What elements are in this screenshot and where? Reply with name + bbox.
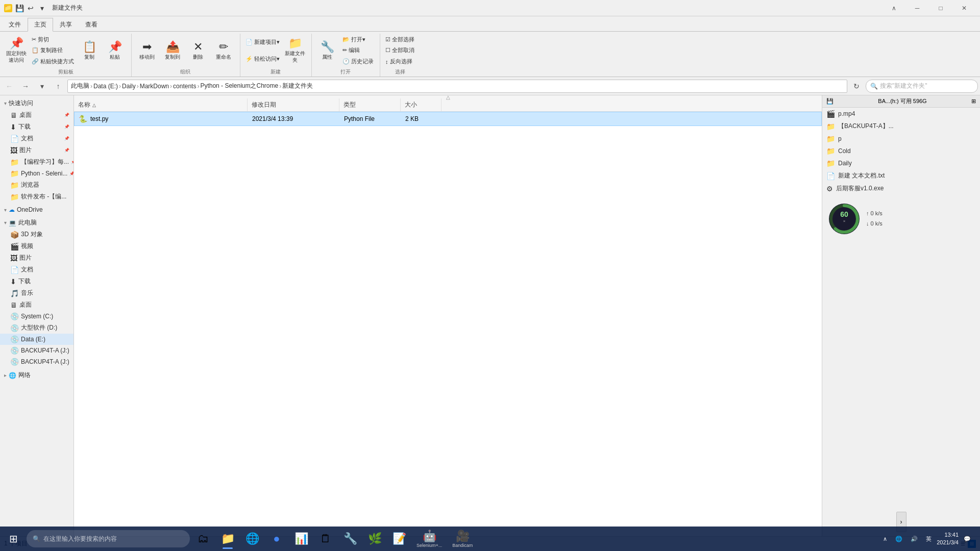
sidebar-item-browser[interactable]: 📁 浏览器: [0, 179, 74, 191]
new-folder-btn[interactable]: 📁 新建文件夹: [283, 35, 307, 66]
sidebar-drive-d[interactable]: 💿 大型软件 (D:): [0, 322, 74, 334]
right-panel-item-p[interactable]: 📁 p: [822, 133, 980, 145]
taskbar-app-9[interactable]: 🌿: [363, 528, 386, 550]
new-item-btn[interactable]: 📄 新建项目▾: [243, 37, 282, 47]
sidebar-item-bianchen[interactable]: 📁 【编程学习】每... 📌: [0, 156, 74, 168]
tab-view[interactable]: 查看: [79, 18, 104, 31]
address-bar[interactable]: 此电脑 › Data (E:) › Daily › MarkDown › con…: [67, 80, 847, 93]
sidebar-music[interactable]: 🎵 音乐: [0, 287, 74, 299]
lang-tray[interactable]: 英: [923, 533, 935, 545]
right-panel-item-backup[interactable]: 📁 【BACKUP4T-A】...: [822, 120, 980, 133]
sidebar-item-documents[interactable]: 📄 文档 📌: [0, 133, 74, 144]
cut-btn[interactable]: ✂ 剪切: [30, 34, 76, 44]
ribbon-collapse-btn[interactable]: ∧: [882, 0, 905, 16]
paste-btn[interactable]: 📌 粘贴: [103, 35, 127, 66]
select-none-btn[interactable]: ☐ 全部取消: [383, 45, 416, 56]
search-bar[interactable]: 🔍 搜索"新建文件夹": [866, 80, 978, 93]
sidebar-dl[interactable]: ⬇ 下载: [0, 276, 74, 287]
forward-btn[interactable]: →: [18, 79, 33, 93]
copy-to-btn[interactable]: 📤 复制到: [160, 35, 185, 66]
sidebar-docs[interactable]: 📄 文档: [0, 264, 74, 276]
speaker-tray[interactable]: 🔊: [908, 534, 921, 544]
sidebar-drive-j1[interactable]: 💿 BACKUP4T-A (J:): [0, 345, 74, 356]
save-btn[interactable]: 💾: [14, 3, 24, 13]
3d-icon: 📦: [10, 231, 19, 239]
minimize-btn[interactable]: ─: [905, 0, 929, 16]
taskbar-app-10[interactable]: 📝: [388, 528, 410, 550]
taskbar-search[interactable]: 🔍 在这里输入你要搜索的内容: [27, 530, 190, 547]
taskbar-app-selenium[interactable]: 🤖 Selenium+...: [412, 528, 446, 550]
sidebar-drive-c[interactable]: 💿 System (C:): [0, 311, 74, 322]
sidebar-drive-j2[interactable]: 💿 BACKUP4T-A (J:): [0, 356, 74, 367]
file-list-empty[interactable]: [74, 126, 822, 536]
tab-file[interactable]: 文件: [2, 18, 28, 31]
sidebar-pics[interactable]: 🖼 图片: [0, 252, 74, 264]
sidebar-item-python[interactable]: 📁 Python - Seleni... 📌: [0, 168, 74, 179]
right-panel-item-mp4[interactable]: 🎬 p.mp4: [822, 108, 980, 120]
sidebar-bianchen-label: 【编程学习】每...: [21, 158, 69, 166]
file-row-testpy[interactable]: 🐍 test.py 2021/3/4 13:39 Python File 2 K…: [74, 112, 822, 126]
file-cell-name: 🐍 test.py: [75, 112, 248, 126]
invert-select-btn[interactable]: ↕ 反向选择: [383, 57, 416, 67]
network-tray-icon[interactable]: 🌐: [892, 534, 905, 544]
tab-share[interactable]: 共享: [53, 18, 79, 31]
right-panel-item-txt[interactable]: 📄 新建 文本文档.txt: [822, 169, 980, 182]
maximize-btn[interactable]: □: [929, 0, 952, 16]
nav-dropdown-btn[interactable]: ▾: [35, 79, 49, 93]
sidebar-item-software[interactable]: 📁 软件发布 -【编...: [0, 191, 74, 203]
right-panel-item-exe[interactable]: ⚙ 后期客服v1.0.exe: [822, 182, 980, 195]
quick-access-section[interactable]: ▾ 快速访问: [0, 97, 74, 109]
taskbar-app-bandicam[interactable]: 🎥 Bandicam: [448, 528, 477, 550]
taskbar-app-chrome[interactable]: ●: [265, 528, 288, 550]
sidebar-desk[interactable]: 🖥 桌面: [0, 299, 74, 311]
taskbar-app-8[interactable]: 🔧: [339, 528, 361, 550]
app9-icon: 🌿: [368, 532, 382, 545]
sidebar-item-download[interactable]: ⬇ 下载 📌: [0, 121, 74, 133]
paste-shortcut-btn[interactable]: 🔗 粘贴快捷方式: [30, 57, 76, 67]
taskbar-app-explorer[interactable]: 📁: [216, 528, 239, 550]
rename-btn[interactable]: ✏ 重命名: [211, 35, 236, 66]
pin-quick-access-btn[interactable]: 📌 固定到快速访问: [4, 35, 29, 66]
sidebar-drive-e[interactable]: 💿 Data (E:): [0, 334, 74, 345]
refresh-btn[interactable]: ↻: [849, 79, 864, 93]
taskbar-app-edge[interactable]: 🌐: [241, 528, 263, 550]
col-date[interactable]: 修改日期: [248, 98, 339, 111]
col-name[interactable]: 名称 △: [74, 98, 248, 111]
properties-btn[interactable]: 🔧 属性: [315, 35, 339, 66]
back-btn[interactable]: ←: [2, 79, 16, 93]
up-btn[interactable]: ↑: [51, 79, 65, 93]
copy-btn[interactable]: 📋 复制: [77, 35, 102, 66]
history-btn[interactable]: 🕐 历史记录: [340, 57, 376, 67]
right-panel-item-cold[interactable]: 📁 Cold: [822, 145, 980, 157]
dropdown-btn[interactable]: ▾: [37, 3, 47, 13]
sidebar-item-desktop[interactable]: 🖥 桌面 📌: [0, 109, 74, 121]
sidebar-3d[interactable]: 📦 3D 对象: [0, 229, 74, 240]
sidebar-item-pictures[interactable]: 🖼 图片 📌: [0, 144, 74, 156]
taskbar-app-7[interactable]: 🗒: [314, 528, 337, 550]
move-to-btn[interactable]: ➡ 移动到: [135, 35, 159, 66]
close-btn[interactable]: ✕: [952, 0, 976, 16]
onedrive-section[interactable]: ▾ ☁ OneDrive: [0, 205, 74, 215]
taskbar-clock[interactable]: 13:41 2021/3/4: [937, 531, 959, 547]
start-button[interactable]: ⊞: [2, 528, 24, 550]
desk-icon: 🖥: [10, 301, 17, 309]
copy-path-btn[interactable]: 📋 复制路径: [30, 45, 76, 56]
edit-btn[interactable]: ✏ 编辑: [340, 45, 376, 56]
docs-icon: 📄: [10, 266, 19, 274]
col-type[interactable]: 类型: [339, 98, 401, 111]
sidebar-video[interactable]: 🎬 视频: [0, 240, 74, 252]
col-size[interactable]: 大小: [401, 98, 442, 111]
taskbar-app-6[interactable]: 📊: [290, 528, 312, 550]
network-section[interactable]: ▸ 🌐 网络: [0, 369, 74, 381]
sys-tray[interactable]: ∧: [880, 534, 890, 544]
right-panel-item-daily[interactable]: 📁 Daily: [822, 157, 980, 169]
taskbar-app-taskview[interactable]: 🗂: [192, 528, 214, 550]
this-pc-section[interactable]: ▾ 💻 此电脑: [0, 217, 74, 229]
open-btn[interactable]: 📂 打开▾: [340, 34, 376, 44]
delete-btn[interactable]: ✕ 删除: [186, 35, 210, 66]
select-all-btn[interactable]: ☑ 全部选择: [383, 34, 416, 44]
tab-home[interactable]: 主页: [28, 18, 53, 32]
notification-btn[interactable]: 💬: [961, 534, 974, 544]
undo-btn[interactable]: ↩: [26, 3, 36, 13]
easy-access-btn[interactable]: ⚡ 轻松访问▾: [243, 54, 282, 64]
